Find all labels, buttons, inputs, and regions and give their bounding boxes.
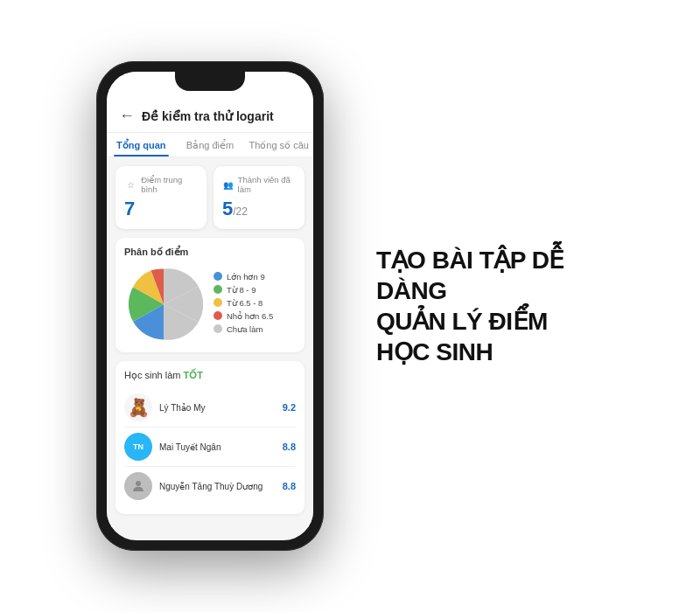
list-title: Học sinh làm TỐT xyxy=(124,370,296,381)
avatar-1: TN xyxy=(124,433,152,461)
stats-row: ☆ Điểm trung bình 7 👥 Thành viên đã làm … xyxy=(116,166,304,229)
tab-tong-quan[interactable]: Tổng quan xyxy=(107,133,176,156)
phone-screen: ← Đề kiểm tra thử logarit Tổng quan Bảng… xyxy=(107,72,313,540)
legend-item-3: Nhỏ hơn 6.5 xyxy=(214,311,296,321)
legend-dot-4 xyxy=(214,324,222,333)
student-name-0: Lý Thảo My xyxy=(159,403,276,413)
promo-title: TẠO BÀI TẬP DỄ DÀNG QUẢN LÝ ĐIỂM HỌC SIN… xyxy=(376,245,604,367)
svg-point-0 xyxy=(136,481,141,486)
tabs-bar: Tổng quan Bảng điểm Thống số câu xyxy=(107,133,313,157)
members-value: 5/22 xyxy=(222,198,296,220)
legend-item-4: Chưa làm xyxy=(214,324,296,334)
student-item-0: 🧸 Lý Thảo My 9.2 xyxy=(124,388,296,428)
phone-notch xyxy=(175,72,245,91)
tab-bang-diem[interactable]: Bảng điểm xyxy=(176,133,245,156)
legend-item-2: Từ 6.5 - 8 xyxy=(214,298,296,308)
members-label: 👥 Thành viên đã làm xyxy=(222,175,296,194)
avg-score-card: ☆ Điểm trung bình 7 xyxy=(116,166,206,229)
student-item-1: TN Mai Tuyết Ngân 8.8 xyxy=(124,428,296,467)
scene: ← Đề kiểm tra thử logarit Tổng quan Bảng… xyxy=(0,0,700,612)
chart-section: Phân bố điểm xyxy=(116,238,304,352)
back-button[interactable]: ← xyxy=(119,107,135,125)
members-card: 👥 Thành viên đã làm 5/22 xyxy=(214,166,304,229)
legend-label-0: Lớn hơn 9 xyxy=(227,272,265,282)
legend-label-1: Từ 8 - 9 xyxy=(227,285,256,295)
chart-legend: Lớn hơn 9 Từ 8 - 9 Từ 6.5 - 8 xyxy=(214,272,296,337)
student-list-section: Học sinh làm TỐT 🧸 Lý Thảo My 9.2 TN Mai… xyxy=(116,361,304,514)
people-icon: 👥 xyxy=(222,177,234,191)
avg-score-label: ☆ Điểm trung bình xyxy=(124,175,198,194)
promo-text-block: TẠO BÀI TẬP DỄ DÀNG QUẢN LÝ ĐIỂM HỌC SIN… xyxy=(376,245,604,367)
student-name-2: Nguyễn Tăng Thuỳ Dương xyxy=(159,482,276,491)
legend-dot-2 xyxy=(214,298,222,307)
chart-area: Lớn hơn 9 Từ 8 - 9 Từ 6.5 - 8 xyxy=(124,265,296,344)
legend-label-2: Từ 6.5 - 8 xyxy=(227,298,262,308)
student-item-2: Nguyễn Tăng Thuỳ Dương 8.8 xyxy=(124,467,296,505)
app-header: ← Đề kiểm tra thử logarit xyxy=(107,100,313,133)
star-icon: ☆ xyxy=(124,177,137,191)
legend-item-0: Lớn hơn 9 xyxy=(214,272,296,282)
legend-dot-0 xyxy=(214,272,222,281)
page-title: Đề kiểm tra thử logarit xyxy=(142,109,301,123)
legend-dot-1 xyxy=(214,285,222,294)
student-score-1: 8.8 xyxy=(283,442,296,452)
student-score-2: 8.8 xyxy=(283,481,296,491)
phone-shell: ← Đề kiểm tra thử logarit Tổng quan Bảng… xyxy=(96,61,324,551)
student-name-1: Mai Tuyết Ngân xyxy=(159,442,276,452)
legend-dot-3 xyxy=(214,311,222,320)
pie-chart xyxy=(124,265,203,344)
student-score-0: 9.2 xyxy=(283,402,296,413)
avatar-2 xyxy=(124,472,152,500)
legend-label-4: Chưa làm xyxy=(227,324,262,334)
legend-item-1: Từ 8 - 9 xyxy=(214,285,296,295)
main-content: ☆ Điểm trung bình 7 👥 Thành viên đã làm … xyxy=(107,157,313,527)
legend-label-3: Nhỏ hơn 6.5 xyxy=(227,311,273,321)
avatar-0: 🧸 xyxy=(124,393,152,421)
chart-title: Phân bố điểm xyxy=(124,247,296,258)
avg-score-value: 7 xyxy=(124,198,198,220)
tab-thong-so-cau[interactable]: Thống số câu xyxy=(244,133,313,156)
